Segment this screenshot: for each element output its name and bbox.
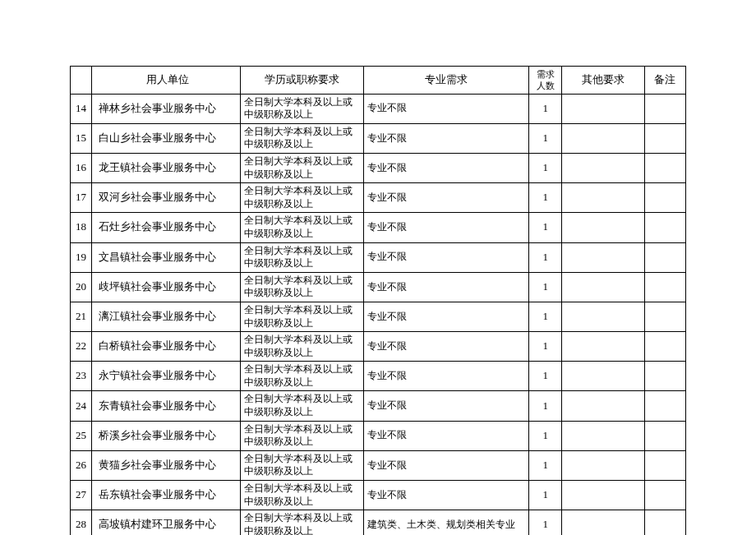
cell-number: 1 bbox=[529, 213, 562, 242]
cell-major: 专业不限 bbox=[364, 450, 529, 480]
cell-education: 全日制大学本科及以上或中级职称及以上 bbox=[240, 481, 364, 510]
cell-note bbox=[644, 123, 685, 153]
cell-major: 专业不限 bbox=[364, 302, 529, 331]
cell-other bbox=[562, 123, 644, 153]
cell-employer: 高坡镇村建环卫服务中心 bbox=[92, 510, 241, 535]
cell-major: 专业不限 bbox=[364, 332, 529, 362]
cell-major: 专业不限 bbox=[364, 481, 529, 510]
cell-education: 全日制大学本科及以上或中级职称及以上 bbox=[240, 332, 364, 362]
table-header-row: 用人单位 学历或职称要求 专业需求 需求人数 其他要求 备注 bbox=[71, 67, 686, 95]
cell-index: 28 bbox=[71, 510, 92, 535]
cell-other bbox=[562, 183, 644, 213]
cell-number: 1 bbox=[529, 272, 562, 302]
cell-note bbox=[644, 332, 685, 362]
cell-index: 16 bbox=[71, 153, 92, 182]
header-employer: 用人单位 bbox=[92, 67, 241, 95]
cell-employer: 石灶乡社会事业服务中心 bbox=[92, 213, 241, 242]
cell-major: 专业不限 bbox=[364, 183, 529, 213]
table-row: 23永宁镇社会事业服务中心全日制大学本科及以上或中级职称及以上专业不限1 bbox=[71, 362, 686, 391]
cell-number: 1 bbox=[529, 332, 562, 362]
cell-note bbox=[644, 242, 685, 272]
cell-index: 23 bbox=[71, 362, 92, 391]
cell-major: 专业不限 bbox=[364, 421, 529, 450]
cell-number: 1 bbox=[529, 510, 562, 535]
cell-employer: 岳东镇社会事业服务中心 bbox=[92, 481, 241, 510]
cell-index: 20 bbox=[71, 272, 92, 302]
cell-note bbox=[644, 391, 685, 421]
table-row: 26黄猫乡社会事业服务中心全日制大学本科及以上或中级职称及以上专业不限1 bbox=[71, 450, 686, 480]
cell-employer: 永宁镇社会事业服务中心 bbox=[92, 362, 241, 391]
cell-other bbox=[562, 450, 644, 480]
cell-employer: 白桥镇社会事业服务中心 bbox=[92, 332, 241, 362]
cell-note bbox=[644, 153, 685, 182]
cell-employer: 漓江镇社会事业服务中心 bbox=[92, 302, 241, 331]
cell-other bbox=[562, 272, 644, 302]
cell-employer: 双河乡社会事业服务中心 bbox=[92, 183, 241, 213]
cell-employer: 白山乡社会事业服务中心 bbox=[92, 123, 241, 153]
cell-employer: 禅林乡社会事业服务中心 bbox=[92, 94, 241, 123]
cell-other bbox=[562, 213, 644, 242]
cell-major: 专业不限 bbox=[364, 272, 529, 302]
cell-employer: 黄猫乡社会事业服务中心 bbox=[92, 450, 241, 480]
cell-education: 全日制大学本科及以上或中级职称及以上 bbox=[240, 362, 364, 391]
cell-other bbox=[562, 302, 644, 331]
cell-education: 全日制大学本科及以上或中级职称及以上 bbox=[240, 391, 364, 421]
cell-index: 18 bbox=[71, 213, 92, 242]
recruitment-table: 用人单位 学历或职称要求 专业需求 需求人数 其他要求 备注 14禅林乡社会事业… bbox=[70, 66, 686, 535]
cell-education: 全日制大学本科及以上或中级职称及以上 bbox=[240, 421, 364, 450]
cell-note bbox=[644, 183, 685, 213]
cell-number: 1 bbox=[529, 391, 562, 421]
header-other: 其他要求 bbox=[562, 67, 644, 95]
cell-other bbox=[562, 481, 644, 510]
cell-education: 全日制大学本科及以上或中级职称及以上 bbox=[240, 123, 364, 153]
table-row: 20歧坪镇社会事业服务中心全日制大学本科及以上或中级职称及以上专业不限1 bbox=[71, 272, 686, 302]
cell-education: 全日制大学本科及以上或中级职称及以上 bbox=[240, 272, 364, 302]
cell-major: 专业不限 bbox=[364, 94, 529, 123]
cell-number: 1 bbox=[529, 123, 562, 153]
header-index bbox=[71, 67, 92, 95]
table-row: 25桥溪乡社会事业服务中心全日制大学本科及以上或中级职称及以上专业不限1 bbox=[71, 421, 686, 450]
cell-note bbox=[644, 510, 685, 535]
table-row: 27岳东镇社会事业服务中心全日制大学本科及以上或中级职称及以上专业不限1 bbox=[71, 481, 686, 510]
cell-number: 1 bbox=[529, 450, 562, 480]
cell-education: 全日制大学本科及以上或中级职称及以上 bbox=[240, 183, 364, 213]
cell-note bbox=[644, 481, 685, 510]
cell-other bbox=[562, 242, 644, 272]
cell-index: 19 bbox=[71, 242, 92, 272]
cell-index: 26 bbox=[71, 450, 92, 480]
cell-other bbox=[562, 391, 644, 421]
cell-employer: 歧坪镇社会事业服务中心 bbox=[92, 272, 241, 302]
cell-employer: 东青镇社会事业服务中心 bbox=[92, 391, 241, 421]
table-row: 28高坡镇村建环卫服务中心全日制大学本科及以上或中级职称及以上建筑类、土木类、规… bbox=[71, 510, 686, 535]
cell-other bbox=[562, 153, 644, 182]
cell-employer: 桥溪乡社会事业服务中心 bbox=[92, 421, 241, 450]
cell-major: 专业不限 bbox=[364, 242, 529, 272]
table-body: 14禅林乡社会事业服务中心全日制大学本科及以上或中级职称及以上专业不限115白山… bbox=[71, 94, 686, 535]
cell-education: 全日制大学本科及以上或中级职称及以上 bbox=[240, 94, 364, 123]
cell-education: 全日制大学本科及以上或中级职称及以上 bbox=[240, 242, 364, 272]
cell-other bbox=[562, 362, 644, 391]
table-row: 16龙王镇社会事业服务中心全日制大学本科及以上或中级职称及以上专业不限1 bbox=[71, 153, 686, 182]
table-row: 17双河乡社会事业服务中心全日制大学本科及以上或中级职称及以上专业不限1 bbox=[71, 183, 686, 213]
cell-number: 1 bbox=[529, 153, 562, 182]
cell-index: 25 bbox=[71, 421, 92, 450]
cell-number: 1 bbox=[529, 94, 562, 123]
cell-index: 27 bbox=[71, 481, 92, 510]
cell-employer: 龙王镇社会事业服务中心 bbox=[92, 153, 241, 182]
header-note: 备注 bbox=[644, 67, 685, 95]
cell-education: 全日制大学本科及以上或中级职称及以上 bbox=[240, 450, 364, 480]
cell-number: 1 bbox=[529, 421, 562, 450]
cell-number: 1 bbox=[529, 481, 562, 510]
cell-major: 专业不限 bbox=[364, 362, 529, 391]
cell-other bbox=[562, 94, 644, 123]
cell-note bbox=[644, 302, 685, 331]
cell-education: 全日制大学本科及以上或中级职称及以上 bbox=[240, 213, 364, 242]
cell-note bbox=[644, 213, 685, 242]
cell-major: 专业不限 bbox=[364, 213, 529, 242]
cell-index: 17 bbox=[71, 183, 92, 213]
cell-number: 1 bbox=[529, 302, 562, 331]
cell-major: 专业不限 bbox=[364, 391, 529, 421]
cell-index: 15 bbox=[71, 123, 92, 153]
cell-major: 专业不限 bbox=[364, 153, 529, 182]
cell-note bbox=[644, 362, 685, 391]
